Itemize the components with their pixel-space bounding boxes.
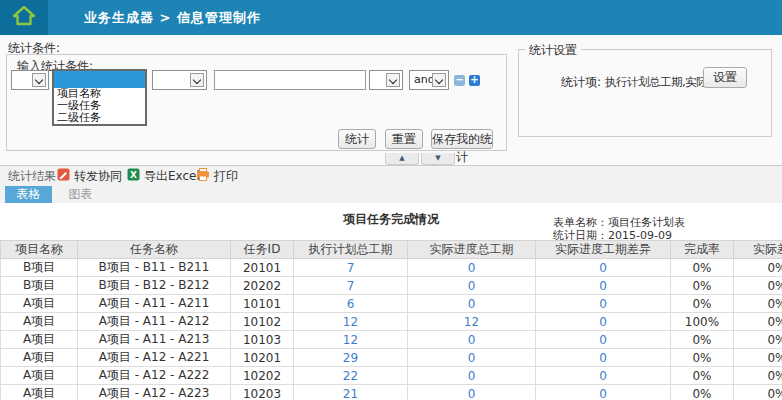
table-cell: A项目 [1,313,78,331]
print-icon [196,168,210,184]
results-toolbar: 统计结果： 转发协同 X 导出Excel [0,166,782,203]
print-label: 打印 [214,168,238,185]
app-window: 业务生成器 > 信息管理制作 统计条件: 输入统计条件: 项目名称一级任务二级任… [0,0,782,400]
table-cell-link[interactable]: 0 [536,277,671,295]
table-cell-link[interactable]: 0 [536,367,671,385]
condition-bracket-close-select[interactable] [369,70,403,90]
settings-config-button[interactable]: 设置 [703,67,747,88]
collapse-handle-bar: ▲ ▼ [0,153,782,166]
table-cell-link[interactable]: 0 [408,385,536,400]
reset-button[interactable]: 重置 [385,129,423,149]
tab-chart[interactable]: 图表 [57,186,104,203]
table-cell: A项目 [1,385,78,400]
table-cell: 10202 [231,367,294,385]
table-column-header: 实际进度工期差异 [536,241,671,259]
excel-icon: X [127,168,140,184]
table-cell: A项目 [1,295,78,313]
table-cell-link[interactable]: 0 [536,349,671,367]
table-cell: B项目 - B11 - B211 [78,259,231,277]
table-cell: A项目 - A11 - A212 [78,313,231,331]
table-cell: A项目 - A11 - A211 [78,295,231,313]
table-cell: 20202 [231,277,294,295]
remove-condition-button[interactable]: − [454,75,465,86]
table-cell-link[interactable]: 22 [294,367,408,385]
table-cell-link[interactable]: 29 [294,349,408,367]
table-row: A项目A项目 - A11 - A211101016000%0% [1,295,782,313]
condition-field-dropdown-list: 项目名称一级任务二级任务 [54,88,145,124]
print-button[interactable]: 打印 [196,166,238,186]
table-cell-link[interactable]: 0 [408,367,536,385]
add-condition-button[interactable]: + [469,75,480,86]
table-header-row: 项目名称任务名称任务ID执行计划总工期实际进度总工期实际进度工期差异完成率实际差… [1,241,782,259]
statistics-conditions-section: 统计条件: 输入统计条件: 项目名称一级任务二级任务 and [0,35,782,166]
table-cell: 0% [671,331,734,349]
conditions-input-box: 输入统计条件: 项目名称一级任务二级任务 and − + [6,54,507,151]
table-cell: 0% [671,277,734,295]
table-cell-link[interactable]: 0 [536,295,671,313]
table-row: A项目A项目 - A11 - A2131010312000%0% [1,331,782,349]
table-cell-link[interactable]: 0 [408,331,536,349]
condition-logic-select[interactable]: and [409,70,449,90]
table-cell: 10102 [231,313,294,331]
export-excel-button[interactable]: X 导出Excel [127,166,200,186]
table-cell-link[interactable]: 0 [408,259,536,277]
collapse-up-handle[interactable]: ▲ [385,153,419,165]
table-cell: 0% [671,385,734,400]
table-cell-link[interactable]: 6 [294,295,408,313]
table-cell: 0% [671,349,734,367]
table-column-header: 项目名称 [1,241,78,259]
save-my-statistics-button[interactable]: 保存我的统计 [431,129,493,149]
table-cell-link[interactable]: 0 [536,331,671,349]
table-column-header: 实际差异 [734,241,782,259]
table-cell-link[interactable]: 0 [408,277,536,295]
report-area: 项目任务完成情况 表单名称：项目任务计划表 统计日期：2015-09-09 项目… [0,203,782,400]
statistics-button[interactable]: 统计 [338,129,376,149]
dropdown-option[interactable]: 一级任务 [54,100,145,112]
collapse-down-handle[interactable]: ▼ [421,153,455,165]
form-name: 表单名称：项目任务计划表 [553,217,685,229]
chevron-down-icon [190,73,204,87]
statistics-settings-panel: 统计设置 统计项: 执行计划总工期,实际进度总工 设置 [518,49,772,137]
condition-field-select-open[interactable]: 项目名称一级任务二级任务 [52,69,147,126]
table-cell-link[interactable]: 0 [536,385,671,400]
table-cell: 0% [734,259,782,277]
condition-operator-select[interactable] [152,70,207,90]
table-cell: A项目 - A12 - A222 [78,367,231,385]
settings-legend: 统计设置 [525,42,581,59]
home-button[interactable] [0,0,48,35]
table-cell: A项目 [1,349,78,367]
dropdown-selected-blank[interactable] [54,71,145,88]
table-cell: A项目 - A12 - A221 [78,349,231,367]
table-cell-link[interactable]: 7 [294,259,408,277]
table-column-header: 执行计划总工期 [294,241,408,259]
table-cell-link[interactable]: 0 [408,295,536,313]
forward-collab-button[interactable]: 转发协同 [57,166,122,186]
chevron-down-icon [386,73,400,87]
dropdown-option[interactable]: 项目名称 [54,88,145,100]
table-cell-link[interactable]: 12 [294,331,408,349]
table-cell-link[interactable]: 12 [408,313,536,331]
condition-bracket-select[interactable] [11,70,49,90]
table-cell: 0% [734,349,782,367]
table-cell-link[interactable]: 12 [294,313,408,331]
table-cell-link[interactable]: 21 [294,385,408,400]
table-cell: 0% [734,277,782,295]
dropdown-option[interactable]: 二级任务 [54,112,145,124]
forward-icon [57,168,70,184]
breadcrumb: 业务生成器 > 信息管理制作 [84,0,261,35]
table-cell: 10101 [231,295,294,313]
table-cell: 100% [671,313,734,331]
home-icon [12,5,36,30]
results-table: 项目名称任务名称任务ID执行计划总工期实际进度总工期实际进度工期差异完成率实际差… [0,240,782,400]
tab-table[interactable]: 表格 [5,186,52,203]
table-cell-link[interactable]: 0 [536,313,671,331]
table-cell: B项目 [1,277,78,295]
svg-text:X: X [130,170,137,180]
table-cell: A项目 [1,331,78,349]
table-cell-link[interactable]: 0 [536,259,671,277]
table-cell: 0% [734,295,782,313]
condition-value-input[interactable] [214,70,366,90]
table-cell-link[interactable]: 7 [294,277,408,295]
table-cell-link[interactable]: 0 [408,349,536,367]
stat-item-label: 统计项: [561,74,601,91]
